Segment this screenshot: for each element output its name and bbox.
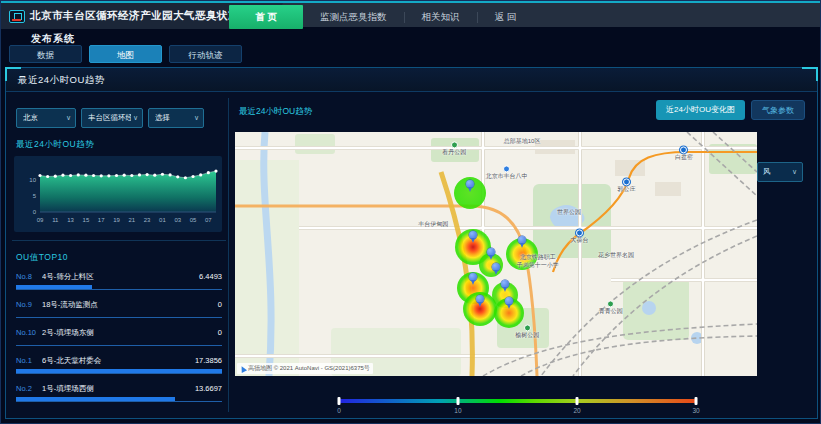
publish-system-label: 发布系统 [31,32,75,46]
map-attribution: 高德地图 © 2021 AutoNavi - GS(2021)6375号 [237,363,373,374]
nav-home[interactable]: 首 页 [229,5,303,29]
map-pin[interactable] [505,297,513,305]
ou-value: 6.4493 [199,272,222,281]
svg-text:19: 19 [113,217,120,223]
park-select[interactable]: 丰台区循环经济产 ∨ [81,108,143,128]
tab-trajectory[interactable]: 行动轨迹 [169,45,242,63]
map-label: 白盆窑 [675,146,693,161]
school-icon [503,166,510,173]
app-title: 北京市丰台区循环经济产业园大气恶臭状况实时 [30,9,261,23]
site-name: 1号-填埋场西侧 [42,384,195,394]
svg-text:5: 5 [33,193,37,199]
top10-row: No.10 2号-填埋场东侧 0 [16,328,222,346]
legend-tick [338,397,341,405]
top10-row: No.9 18号-流动监测点 0 [16,300,222,318]
value-bar [16,369,222,373]
rank-label: No.10 [16,328,42,337]
map-pin[interactable] [518,236,526,244]
ou-value: 17.3856 [195,356,222,365]
value-bar [16,285,92,289]
rank-label: No.8 [16,272,42,281]
tab-data[interactable]: 数据 [9,45,82,63]
legend-tick [576,397,579,405]
map-label: 北京市丰台八中 [485,166,527,181]
site-name: 6号-北天堂村委会 [42,356,195,366]
legend-label: 0 [337,407,341,414]
ou-change-chart-button[interactable]: 近24小时OU变化图 [656,100,745,120]
map-buttons: 近24小时OU变化图 气象参数 [656,100,805,120]
value-bar-track [16,342,222,346]
wind-select[interactable]: 风 ∨ [757,162,803,182]
park-icon [451,141,458,148]
site-name: 4号-筛分上料区 [42,272,199,282]
map-section-title: 最近24小时OU趋势 [239,106,312,118]
map-label: 北京铁路职工 子弟第十一小学 [517,254,559,268]
amap-logo-icon [239,364,247,372]
map-pin[interactable] [476,295,484,303]
station-icon [680,146,687,153]
value-bar-track [16,314,222,318]
chevron-down-icon: ∨ [792,168,797,176]
nav-odor-index[interactable]: 监测点恶臭指数 [303,5,404,29]
station-icon [623,178,630,185]
site-name: 2号-填埋场东侧 [42,328,218,338]
site-name: 18号-流动监测点 [42,300,218,310]
main-nav: 首 页 监测点恶臭指数 相关知识 返 回 [229,5,533,29]
value-bar [16,397,175,401]
left-column: 北京 ∨ 丰台区循环经济产 ∨ 选择 ∨ 最近24小时OU趋势 [12,98,226,412]
map-label: 青青公园 [599,300,623,315]
main-panel: 最近24小时OU趋势 北京 ∨ 丰台区循环经济产 ∨ 选择 ∨ 最近24小时OU… [5,67,818,419]
heat-legend: 0 10 20 30 [339,396,696,414]
map-pin[interactable] [466,180,474,188]
map-pin[interactable] [469,273,477,281]
park-icon [607,300,614,307]
ou-value: 0 [218,328,222,337]
ou-value: 13.6697 [195,384,222,393]
value-bar-track [16,286,222,290]
nav-knowledge[interactable]: 相关知识 [405,5,477,29]
map-pin[interactable] [492,263,500,271]
map-pin[interactable] [501,280,509,288]
svg-text:15: 15 [83,217,90,223]
topbar: 北京市丰台区循环经济产业园大气恶臭状况实时 首 页 监测点恶臭指数 相关知识 返… [1,1,820,27]
ou-value: 0 [218,300,222,309]
chevron-down-icon: ∨ [133,114,138,122]
svg-text:17: 17 [98,217,105,223]
map-label: 总部基地10区 [504,138,541,145]
legend-tick [695,397,698,405]
map-label: 大葆台 [571,229,589,244]
rank-label: No.1 [16,356,42,365]
weather-params-button[interactable]: 气象参数 [751,100,805,120]
map-label: 郭公庄 [618,178,636,193]
map-label: 丰台伊甸园 [418,221,448,228]
tab-map[interactable]: 地图 [89,45,162,63]
top10-list: No.8 4号-筛分上料区 6.4493 No.9 18号-流动监测点 0 [16,272,222,402]
nav-back[interactable]: 返 回 [478,5,534,29]
trend-chart-svg: 0510091113151719212301030507 [14,156,222,232]
map-label: 看丹公园 [442,141,466,156]
section-divider [12,240,226,241]
legend-tick [456,397,459,405]
svg-text:09: 09 [37,217,44,223]
value-bar-track [16,398,222,402]
top10-row: No.1 6号-北天堂村委会 17.3856 [16,356,222,374]
legend-label: 10 [454,407,461,414]
map-pin[interactable] [469,231,477,239]
site-select[interactable]: 选择 ∨ [148,108,204,128]
top10-row: No.8 4号-筛分上料区 6.4493 [16,272,222,290]
park-icon [524,324,531,331]
heat-legend-gradient [339,399,696,403]
trend-chart: 0510091113151719212301030507 [14,156,222,232]
city-select[interactable]: 北京 ∨ [16,108,76,128]
chevron-down-icon: ∨ [194,114,199,122]
map-pin[interactable] [487,248,495,256]
filter-selects: 北京 ∨ 丰台区循环经济产 ∨ 选择 ∨ [16,108,226,128]
svg-text:10: 10 [29,177,36,183]
app-logo-icon [9,10,25,23]
legend-label: 30 [692,407,699,414]
svg-text:13: 13 [67,217,74,223]
map-canvas[interactable]: 总部基地10区看丹公园北京市丰台八中郭公庄白盆窑世界公园丰台伊甸园大葆台北京铁路… [235,132,757,376]
value-bar-track [16,370,222,374]
svg-text:07: 07 [205,217,212,223]
station-icon [576,229,583,236]
